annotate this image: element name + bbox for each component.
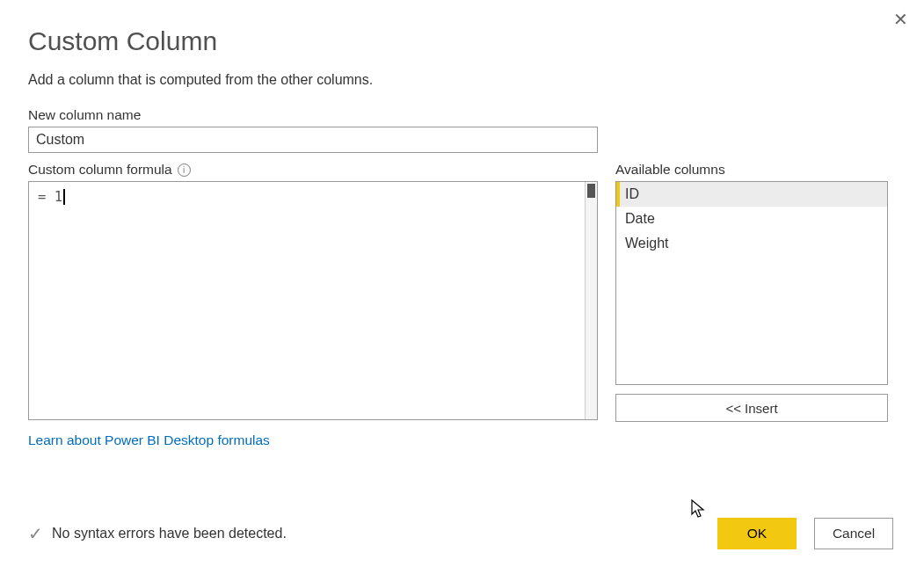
dialog-subtitle: Add a column that is computed from the o… bbox=[28, 72, 896, 88]
custom-formula-label: Custom column formula i bbox=[28, 162, 598, 178]
available-column-item[interactable]: Weight bbox=[616, 231, 887, 256]
button-group: OK Cancel bbox=[717, 518, 893, 549]
formula-scrollbar[interactable] bbox=[585, 182, 597, 419]
status-text: No syntax errors have been detected. bbox=[52, 526, 287, 541]
custom-column-dialog: Custom Column Add a column that is compu… bbox=[0, 0, 924, 466]
formula-equals: = bbox=[38, 189, 55, 205]
new-column-name-label: New column name bbox=[28, 107, 896, 123]
ok-button[interactable]: OK bbox=[717, 518, 797, 549]
close-icon: ✕ bbox=[893, 9, 908, 30]
info-icon[interactable]: i bbox=[178, 163, 191, 177]
dialog-title: Custom Column bbox=[28, 26, 896, 56]
available-columns-label: Available columns bbox=[615, 162, 888, 178]
dialog-footer: ✓ No syntax errors have been detected. O… bbox=[28, 518, 893, 549]
check-icon: ✓ bbox=[28, 523, 43, 544]
text-caret bbox=[63, 189, 65, 205]
new-column-name-input[interactable] bbox=[28, 127, 598, 153]
learn-link[interactable]: Learn about Power BI Desktop formulas bbox=[28, 432, 270, 448]
formula-label-text: Custom column formula bbox=[28, 162, 172, 178]
available-column-item[interactable]: ID bbox=[616, 182, 887, 207]
insert-button[interactable]: << Insert bbox=[615, 394, 888, 422]
close-button[interactable]: ✕ bbox=[890, 9, 911, 30]
available-column-item[interactable]: Date bbox=[616, 207, 887, 231]
custom-formula-input[interactable]: = 1 bbox=[28, 181, 598, 420]
status-message: ✓ No syntax errors have been detected. bbox=[28, 523, 287, 544]
formula-text-area[interactable]: = 1 bbox=[29, 182, 585, 419]
available-columns-list[interactable]: ID Date Weight bbox=[615, 181, 888, 385]
formula-value: 1 bbox=[55, 189, 62, 205]
cancel-button[interactable]: Cancel bbox=[814, 518, 893, 549]
